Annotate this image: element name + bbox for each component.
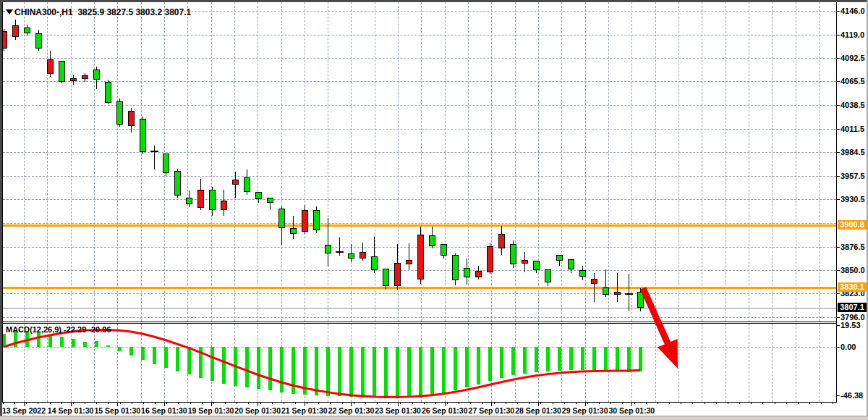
window-border-left — [0, 0, 2, 420]
window-border-top — [0, 0, 868, 2]
chart-window: CHINA300-,H1 3825.9 3827.5 3803.2 3807.1… — [0, 0, 868, 420]
window-border-bottom — [0, 416, 868, 420]
down-arrow-annotation[interactable] — [0, 0, 868, 420]
